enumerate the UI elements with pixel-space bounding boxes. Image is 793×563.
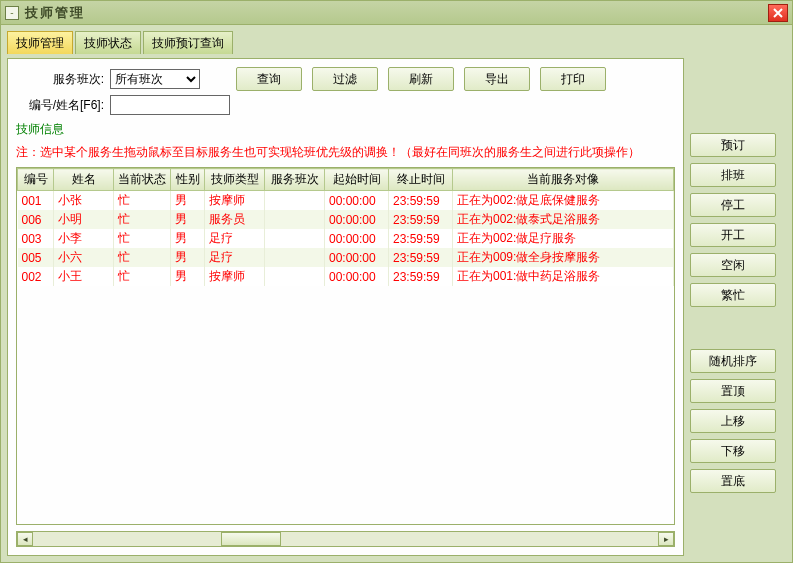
cell-shift	[265, 267, 325, 286]
cell-target: 正在为002:做足疗服务	[453, 229, 674, 248]
chevron-left-icon: ◂	[23, 534, 28, 544]
cell-start: 00:00:00	[325, 248, 389, 267]
schedule-button[interactable]: 排班	[690, 163, 776, 187]
cell-start: 00:00:00	[325, 229, 389, 248]
cell-id: 005	[18, 248, 54, 267]
scroll-thumb[interactable]	[221, 532, 281, 546]
cell-end: 23:59:59	[389, 248, 453, 267]
export-button[interactable]: 导出	[464, 67, 530, 91]
table-row[interactable]: 006小明忙男服务员00:00:0023:59:59正在为002:做泰式足浴服务	[18, 210, 674, 229]
cell-type: 按摩师	[205, 191, 265, 211]
shift-label: 服务班次:	[16, 71, 104, 88]
cell-shift	[265, 229, 325, 248]
title-left: - 技师管理	[5, 4, 85, 22]
tab-2[interactable]: 技师预订查询	[143, 31, 233, 54]
cell-end: 23:59:59	[389, 210, 453, 229]
cell-state: 忙	[114, 229, 171, 248]
shift-select[interactable]: 所有班次	[110, 69, 200, 89]
start-button[interactable]: 开工	[690, 223, 776, 247]
print-button[interactable]: 打印	[540, 67, 606, 91]
reserve-button[interactable]: 预订	[690, 133, 776, 157]
technician-table: 编号 姓名 当前状态 性别 技师类型 服务班次 起始时间 终止时间 当前服务对像	[17, 168, 674, 286]
form-row-shift: 服务班次: 所有班次 查询 过滤 刷新 导出 打印	[16, 67, 675, 91]
scroll-right-button[interactable]: ▸	[658, 532, 674, 546]
col-header-type[interactable]: 技师类型	[205, 169, 265, 191]
side-panel: 预订排班停工开工空闲繁忙随机排序置顶上移下移置底	[690, 58, 786, 556]
titlebar[interactable]: - 技师管理	[1, 1, 792, 25]
cell-gender: 男	[171, 229, 205, 248]
cell-name: 小明	[54, 210, 114, 229]
table-row[interactable]: 005小六忙男足疗00:00:0023:59:59正在为009:做全身按摩服务	[18, 248, 674, 267]
cell-start: 00:00:00	[325, 210, 389, 229]
table-row[interactable]: 002小王忙男按摩师00:00:0023:59:59正在为001:做中药足浴服务	[18, 267, 674, 286]
cell-state: 忙	[114, 191, 171, 211]
cell-state: 忙	[114, 267, 171, 286]
cell-type: 服务员	[205, 210, 265, 229]
busy-button[interactable]: 繁忙	[690, 283, 776, 307]
scroll-track[interactable]	[33, 532, 658, 546]
filter-button[interactable]: 过滤	[312, 67, 378, 91]
group-label: 技师信息	[16, 121, 675, 138]
up-button[interactable]: 上移	[690, 409, 776, 433]
cell-id: 001	[18, 191, 54, 211]
tab-0[interactable]: 技师管理	[7, 31, 73, 54]
cell-end: 23:59:59	[389, 267, 453, 286]
cell-shift	[265, 248, 325, 267]
cell-target: 正在为002:做泰式足浴服务	[453, 210, 674, 229]
form-row-idname: 编号/姓名[F6]:	[16, 95, 675, 115]
minimize-icon[interactable]: -	[5, 6, 19, 20]
table-row[interactable]: 003小李忙男足疗00:00:0023:59:59正在为002:做足疗服务	[18, 229, 674, 248]
cell-state: 忙	[114, 248, 171, 267]
bottom-button[interactable]: 置底	[690, 469, 776, 493]
horizontal-scrollbar[interactable]: ◂ ▸	[16, 531, 675, 547]
cell-type: 按摩师	[205, 267, 265, 286]
col-header-end[interactable]: 终止时间	[389, 169, 453, 191]
scroll-left-button[interactable]: ◂	[17, 532, 33, 546]
form-area: 服务班次: 所有班次 查询 过滤 刷新 导出 打印	[16, 67, 675, 115]
table-header-row: 编号 姓名 当前状态 性别 技师类型 服务班次 起始时间 终止时间 当前服务对像	[18, 169, 674, 191]
note-text: 注：选中某个服务生拖动鼠标至目标服务生也可实现轮班优先级的调换！（最好在同班次的…	[16, 144, 675, 161]
cell-name: 小张	[54, 191, 114, 211]
down-button[interactable]: 下移	[690, 439, 776, 463]
cell-id: 006	[18, 210, 54, 229]
col-header-name[interactable]: 姓名	[54, 169, 114, 191]
idname-input[interactable]	[110, 95, 230, 115]
tab-1[interactable]: 技师状态	[75, 31, 141, 54]
col-header-id[interactable]: 编号	[18, 169, 54, 191]
table-wrap[interactable]: 编号 姓名 当前状态 性别 技师类型 服务班次 起始时间 终止时间 当前服务对像	[16, 167, 675, 525]
cell-type: 足疗	[205, 229, 265, 248]
col-header-target[interactable]: 当前服务对像	[453, 169, 674, 191]
client-area: 技师管理技师状态技师预订查询 服务班次: 所有班次 查询 过滤 刷新	[1, 25, 792, 562]
main-panel: 服务班次: 所有班次 查询 过滤 刷新 导出 打印	[7, 58, 684, 556]
col-header-state[interactable]: 当前状态	[114, 169, 171, 191]
cell-gender: 男	[171, 267, 205, 286]
col-header-shift[interactable]: 服务班次	[265, 169, 325, 191]
stop-button[interactable]: 停工	[690, 193, 776, 217]
cell-type: 足疗	[205, 248, 265, 267]
cell-end: 23:59:59	[389, 229, 453, 248]
close-button[interactable]	[768, 4, 788, 22]
cell-target: 正在为009:做全身按摩服务	[453, 248, 674, 267]
cell-shift	[265, 191, 325, 211]
cell-shift	[265, 210, 325, 229]
random-button[interactable]: 随机排序	[690, 349, 776, 373]
cell-name: 小王	[54, 267, 114, 286]
idle-button[interactable]: 空闲	[690, 253, 776, 277]
window-root: - 技师管理 技师管理技师状态技师预订查询 服务班次: 所有班次	[0, 0, 793, 563]
cell-state: 忙	[114, 210, 171, 229]
col-header-start[interactable]: 起始时间	[325, 169, 389, 191]
query-button[interactable]: 查询	[236, 67, 302, 91]
cell-start: 00:00:00	[325, 191, 389, 211]
cell-target: 正在为001:做中药足浴服务	[453, 267, 674, 286]
tabstrip: 技师管理技师状态技师预订查询	[7, 31, 786, 54]
table-row[interactable]: 001小张忙男按摩师00:00:0023:59:59正在为002:做足底保健服务	[18, 191, 674, 211]
refresh-button[interactable]: 刷新	[388, 67, 454, 91]
col-header-gender[interactable]: 性别	[171, 169, 205, 191]
content-row: 服务班次: 所有班次 查询 过滤 刷新 导出 打印	[7, 58, 786, 556]
cell-gender: 男	[171, 191, 205, 211]
top-button[interactable]: 置顶	[690, 379, 776, 403]
idname-label: 编号/姓名[F6]:	[16, 97, 104, 114]
window-title: 技师管理	[25, 4, 85, 22]
chevron-right-icon: ▸	[664, 534, 669, 544]
cell-gender: 男	[171, 210, 205, 229]
